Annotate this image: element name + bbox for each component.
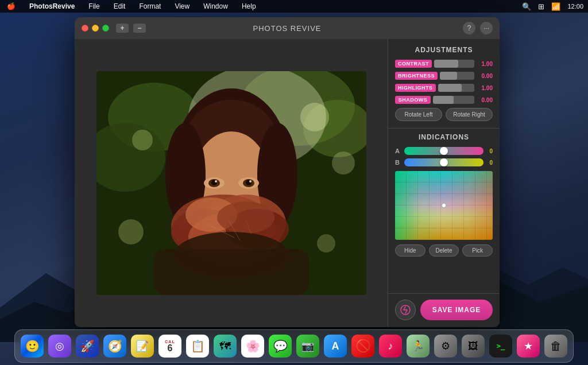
dock-item-music[interactable]: ♪ — [378, 333, 403, 359]
svg-point-33 — [174, 232, 289, 278]
svg-line-40 — [405, 310, 407, 313]
close-button[interactable] — [82, 25, 88, 32]
indication-a-row: A 0 — [395, 147, 493, 155]
dock-item-terminal[interactable]: >_ — [488, 333, 513, 359]
help-button[interactable]: ? — [463, 22, 475, 34]
title-bar-extra-buttons: + − — [116, 24, 146, 33]
dock-item-safari[interactable]: 🧭 — [102, 333, 127, 359]
help-menu[interactable]: Help — [239, 2, 258, 10]
remove-button[interactable]: − — [133, 24, 146, 33]
format-menu[interactable]: Format — [137, 2, 163, 10]
photo-area — [75, 39, 388, 327]
photo-svg — [96, 71, 366, 295]
menu-bar-right: 🔍 ⊞ 📶 12:00 — [522, 2, 583, 11]
indication-b-label: B — [395, 159, 402, 166]
window-body: ADJUSTMENTS CONTRAST 1.00 BRIGHTNESS 0.0… — [75, 39, 500, 327]
dock-item-calendar[interactable]: CAL 6 — [157, 333, 183, 359]
dock-item-fitness[interactable]: 🏃 — [405, 333, 431, 359]
dock-item-photosrevive[interactable]: ★ — [516, 333, 541, 359]
dock-item-trash[interactable]: 🗑 — [543, 333, 568, 359]
shadows-label: SHADOWS — [395, 96, 431, 104]
contrast-value: 1.00 — [477, 61, 493, 67]
dock-item-facetime[interactable]: 📷 — [295, 333, 320, 359]
dock-item-maps[interactable]: 🗺 — [212, 333, 238, 359]
search-icon[interactable]: 🔍 — [522, 2, 531, 11]
indication-a-value: 0 — [486, 148, 493, 154]
rotate-right-button[interactable]: Rotate Right — [446, 108, 493, 121]
brightness-slider[interactable] — [440, 72, 474, 80]
hide-button[interactable]: Hide — [395, 244, 425, 257]
maximize-button[interactable] — [102, 25, 109, 32]
adjustments-title: ADJUSTMENTS — [395, 46, 493, 54]
indication-b-value: 0 — [486, 160, 493, 166]
dock-item-dnp[interactable]: 🚫 — [350, 333, 376, 359]
contrast-slider[interactable] — [434, 60, 474, 68]
indication-a-label: A — [395, 147, 402, 154]
menu-bar: 🍎 PhotosRevive File Edit Format View Win… — [0, 0, 588, 13]
right-panel: ADJUSTMENTS CONTRAST 1.00 BRIGHTNESS 0.0… — [388, 39, 500, 327]
time-display: 12:00 — [567, 3, 583, 10]
dock-item-launchpad[interactable]: 🚀 — [75, 333, 100, 359]
svg-point-23 — [249, 180, 252, 182]
indications-title: INDICATIONS — [395, 133, 493, 141]
color-grid[interactable] — [395, 171, 493, 240]
adjustments-section: ADJUSTMENTS CONTRAST 1.00 BRIGHTNESS 0.0… — [388, 39, 500, 128]
dock: 🙂 ◎ 🚀 🧭 📝 CAL 6 📋 — [14, 329, 574, 363]
photo-image — [96, 71, 366, 295]
shadows-row: SHADOWS 0.00 — [395, 96, 493, 104]
minimize-button[interactable] — [92, 25, 99, 32]
color-grid-dot — [441, 203, 447, 208]
window-menu[interactable]: Window — [201, 2, 230, 10]
window-title: PHOTOS REVIVE — [253, 24, 322, 33]
apple-menu[interactable]: 🍎 — [5, 2, 18, 10]
photo-frame — [96, 71, 366, 295]
add-button[interactable]: + — [116, 24, 129, 33]
edit-menu[interactable]: Edit — [111, 2, 128, 10]
bolt-icon — [400, 305, 411, 315]
dock-item-finder[interactable]: 🙂 — [20, 333, 45, 359]
indication-b-row: B 0 — [395, 158, 493, 166]
svg-point-7 — [332, 152, 355, 174]
brightness-row: BRIGHTNESS 0.00 — [395, 72, 493, 80]
more-button[interactable]: ··· — [480, 22, 493, 34]
indications-section: INDICATIONS A 0 B 0 — [388, 128, 500, 263]
save-image-button[interactable]: SAVE IMAGE — [420, 300, 493, 320]
dock-item-siri[interactable]: ◎ — [47, 333, 72, 359]
svg-point-9 — [317, 234, 335, 253]
wifi-icon: 📶 — [551, 2, 560, 11]
app-name-menu[interactable]: PhotosRevive — [27, 2, 77, 10]
brightness-value: 0.00 — [477, 73, 493, 79]
highlights-label: HIGHLIGHTS — [395, 84, 436, 92]
dock-item-imagecapture[interactable]: 🖼 — [461, 333, 486, 359]
shadows-slider[interactable] — [433, 96, 474, 104]
dock-item-photos[interactable]: 🌸 — [240, 333, 265, 359]
dock-item-appstore[interactable]: A — [323, 333, 348, 359]
indication-b-slider[interactable] — [404, 158, 483, 166]
indication-a-thumb — [440, 147, 448, 155]
dock-item-notes[interactable]: 📝 — [130, 333, 155, 359]
title-bar: + − PHOTOS REVIVE ? ··· — [75, 17, 500, 39]
highlights-value: 1.00 — [477, 85, 493, 91]
pick-button[interactable]: Pick — [462, 244, 493, 257]
highlights-slider[interactable] — [438, 84, 475, 92]
highlights-row: HIGHLIGHTS 1.00 — [395, 84, 493, 92]
save-section: SAVE IMAGE — [388, 293, 500, 327]
svg-point-22 — [215, 180, 217, 182]
traffic-lights — [82, 25, 109, 32]
dock-item-messages[interactable]: 💬 — [268, 333, 293, 359]
dock-item-reminders[interactable]: 📋 — [185, 333, 210, 359]
indication-a-slider[interactable] — [404, 147, 483, 155]
contrast-row: CONTRAST 1.00 — [395, 60, 493, 68]
svg-point-8 — [118, 219, 144, 244]
rotate-left-button[interactable]: Rotate Left — [395, 108, 442, 121]
app-window: + − PHOTOS REVIVE ? ··· — [75, 17, 500, 327]
delete-button[interactable]: Delete — [429, 244, 459, 257]
dock-item-sysprefs[interactable]: ⚙ — [433, 333, 458, 359]
control-center-icon[interactable]: ⊞ — [538, 2, 544, 11]
view-menu[interactable]: View — [172, 2, 192, 10]
file-menu[interactable]: File — [86, 2, 102, 10]
save-icon-button[interactable] — [395, 300, 416, 320]
shadows-value: 0.00 — [477, 97, 493, 103]
contrast-label: CONTRAST — [395, 60, 432, 68]
indication-b-thumb — [440, 158, 448, 166]
